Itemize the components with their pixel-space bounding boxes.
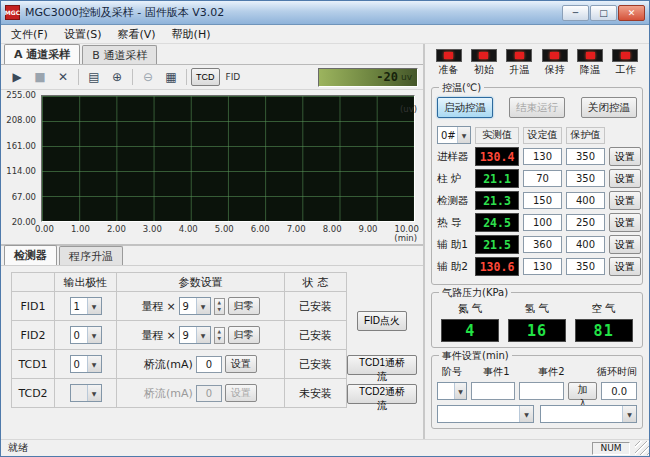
protect-value-field[interactable]: 350	[566, 170, 605, 187]
tcd-toggle-button[interactable]: TCD	[191, 68, 220, 86]
air-label: 空 气	[591, 302, 615, 316]
set-button[interactable]: 设置	[609, 191, 641, 210]
col-event2: 事件2	[526, 365, 577, 379]
fid1-polarity-select[interactable]: 1▼	[70, 297, 102, 315]
set-button[interactable]: 设置	[609, 169, 641, 188]
tcd1-bridge-on-button[interactable]: TCD1通桥流	[347, 355, 417, 375]
y-axis-unit: (uv)	[400, 104, 417, 114]
play-icon[interactable]: ▶	[6, 67, 28, 87]
chevron-down-icon[interactable]: ▼	[87, 298, 101, 314]
row-label-fid2: FID2	[11, 321, 55, 350]
nitrogen-pressure-lcd: 4	[441, 319, 499, 342]
protect-value-field[interactable]: 400	[566, 192, 605, 209]
set-button[interactable]: 设置	[609, 257, 641, 276]
y-tick: 20.00	[12, 217, 36, 227]
tab-channel-a[interactable]: A 通道采样	[4, 44, 80, 64]
set-value-field[interactable]: 150	[523, 192, 562, 209]
spinner-control[interactable]: ▲▼	[214, 298, 225, 315]
grid-icon[interactable]: ▦	[160, 67, 182, 87]
protect-value-field[interactable]: 250	[566, 214, 605, 231]
resize-grip[interactable]	[635, 441, 649, 455]
menu-file[interactable]: 文件(F)	[3, 25, 56, 44]
temp-table-header: 0#▼ 实测值 设定值 保护值	[437, 126, 637, 144]
toolbar: ▶ ■ ✕ ▤ ⊕ ⊖ ▦ TCD FID -20 uv	[1, 64, 423, 90]
tab-channel-b[interactable]: B 通道采样	[82, 45, 157, 64]
chromatogram-chart: 255.00 208.00 161.00 114.00 67.00 20.00 …	[1, 90, 423, 244]
chevron-down-icon[interactable]: ▼	[457, 127, 470, 143]
led-initial: 初始	[467, 49, 500, 77]
set-button[interactable]: 设置	[609, 213, 641, 232]
zone-label: 辅 助1	[437, 238, 471, 252]
signal-unit: uv	[401, 72, 412, 82]
chevron-down-icon[interactable]: ▼	[196, 298, 210, 314]
delete-icon[interactable]: ✕	[52, 67, 74, 87]
chevron-down-icon[interactable]: ▼	[622, 406, 636, 422]
fid2-polarity-select[interactable]: 0▼	[70, 326, 102, 344]
zoom-in-icon[interactable]: ⊕	[106, 67, 128, 87]
set-value-field[interactable]: 130	[523, 148, 562, 165]
signal-lcd: -20 uv	[318, 68, 418, 87]
chevron-down-icon[interactable]: ▼	[519, 406, 533, 422]
stage-select[interactable]: ▼	[437, 382, 467, 400]
minimize-button[interactable]: ─	[562, 5, 589, 21]
tcd1-params-cell: 桥流(mA) 0 设置	[117, 350, 285, 379]
tcd1-set-button[interactable]: 设置	[225, 355, 257, 373]
fid2-range-select[interactable]: 9▼	[179, 326, 211, 344]
close-temp-button[interactable]: 关闭控温	[581, 97, 637, 118]
tcd1-polarity-select[interactable]: 0▼	[70, 355, 102, 373]
x-axis-labels: 0.00 1.00 2.00 3.00 4.00 5.00 6.00 7.00 …	[35, 224, 419, 234]
zoom-out-icon[interactable]: ⊖	[137, 67, 159, 87]
menu-help[interactable]: 帮助(H)	[164, 25, 219, 44]
set-value-field[interactable]: 130	[523, 258, 562, 275]
set-button[interactable]: 设置	[609, 235, 641, 254]
chevron-down-icon[interactable]: ▼	[454, 383, 466, 399]
set-value-field[interactable]: 70	[523, 170, 562, 187]
red-led-icon	[515, 52, 524, 59]
fid1-status: 已安装	[285, 292, 347, 321]
add-event-button[interactable]: 加入	[568, 382, 597, 400]
chevron-down-icon[interactable]: ▼	[87, 327, 101, 343]
tcd1-bridge-input[interactable]: 0	[196, 356, 222, 373]
menu-settings[interactable]: 设置(S)	[56, 25, 110, 44]
row-label-tcd1: TCD1	[11, 350, 55, 379]
event2-input[interactable]	[519, 382, 563, 400]
maximize-button[interactable]: □	[590, 5, 617, 21]
event-preset-select-1[interactable]: ▼	[437, 405, 534, 423]
status-led-row: 准备 初始 升温 保持 降温 工作	[431, 47, 643, 80]
event-preset-select-2[interactable]: ▼	[540, 405, 637, 423]
title-bar: MGC MGC3000控制及采样 - 固件版本 V3.02 ─ □ ✕	[1, 1, 649, 25]
x-tick: 1.00	[71, 224, 90, 234]
tab-detector[interactable]: 检测器	[4, 245, 57, 265]
fid2-zero-button[interactable]: 归零	[228, 326, 260, 344]
menu-view[interactable]: 察看(V)	[110, 25, 164, 44]
tab-program-temp[interactable]: 程序升温	[59, 246, 123, 265]
red-led-icon	[444, 52, 453, 59]
zone-selector[interactable]: 0#▼	[437, 126, 471, 144]
left-panel: A 通道采样 B 通道采样 ▶ ■ ✕ ▤ ⊕ ⊖ ▦ TCD FID -20 …	[1, 44, 425, 441]
start-temp-button[interactable]: 启动控温	[437, 97, 493, 118]
fid1-zero-button[interactable]: 归零	[228, 297, 260, 315]
event-preset-row: ▼ ▼	[437, 405, 637, 423]
col-event1: 事件1	[471, 365, 522, 379]
fid-ignite-button[interactable]: FID点火	[357, 311, 407, 331]
stop-icon[interactable]: ■	[29, 67, 51, 87]
fid1-range-select[interactable]: 9▼	[179, 297, 211, 315]
spinner-control[interactable]: ▲▼	[214, 327, 225, 344]
tcd1-status: 已安装	[285, 350, 347, 379]
protect-value-field[interactable]: 350	[566, 148, 605, 165]
menu-bar: 文件(F) 设置(S) 察看(V) 帮助(H)	[1, 25, 649, 44]
event1-input[interactable]	[471, 382, 515, 400]
set-value-field[interactable]: 360	[523, 236, 562, 253]
air-pressure-lcd: 81	[575, 319, 633, 342]
protect-value-field[interactable]: 350	[566, 258, 605, 275]
set-button[interactable]: 设置	[609, 147, 641, 166]
close-button[interactable]: ✕	[618, 5, 645, 21]
chevron-down-icon[interactable]: ▼	[87, 356, 101, 372]
combo-value: 0#	[438, 130, 457, 141]
protect-value-field[interactable]: 400	[566, 236, 605, 253]
set-value-field[interactable]: 100	[523, 214, 562, 231]
toolbar-separator	[78, 69, 79, 85]
paste-icon[interactable]: ▤	[83, 67, 105, 87]
chevron-down-icon[interactable]: ▼	[196, 327, 210, 343]
tcd2-polarity-cell: ▼	[55, 379, 117, 408]
